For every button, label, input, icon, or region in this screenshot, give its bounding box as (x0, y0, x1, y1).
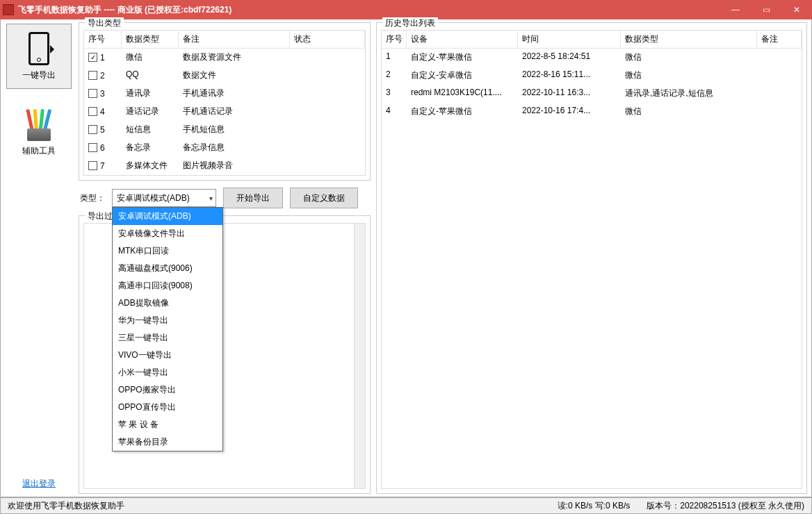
chevron-down-icon: ▾ (209, 194, 213, 202)
dropdown-option[interactable]: OPPO直传导出 (113, 399, 222, 416)
sidebar-item-label: 辅助工具 (22, 145, 56, 157)
row-type: 通话记录 (122, 103, 179, 120)
row-remark: 手机通话记录 (179, 103, 290, 120)
col-device[interactable]: 设备 (407, 31, 518, 48)
dropdown-option[interactable]: OPPO搬家导出 (113, 381, 222, 399)
dropdown-option[interactable]: 苹果备份目录 (113, 433, 222, 451)
right-column: 历史导出列表 序号 设备 时间 数据类型 备注 1自定义-苹果微信2022-8-… (376, 22, 807, 494)
sidebar: 一键导出 辅助工具 退出登录 (1, 19, 77, 497)
col-remark[interactable]: 备注 (179, 31, 290, 48)
table-row[interactable]: 2QQ数据文件 (84, 67, 365, 85)
dropdown-option[interactable]: 华为一键导出 (113, 312, 222, 329)
dropdown-option[interactable]: 安卓调试模式(ADB) (113, 208, 222, 225)
phone-export-icon (29, 32, 49, 65)
minimize-button[interactable]: — (720, 0, 751, 19)
row-device: 自定义-苹果微信 (407, 49, 518, 66)
status-version: 版本号：202208251513 (授权至 永久使用) (647, 500, 804, 512)
group-legend: 历史导出列表 (382, 17, 438, 29)
row-checkbox[interactable] (88, 89, 97, 98)
table-row[interactable]: 3redmi M2103K19C(11....2022-10-11 16:3..… (382, 85, 802, 103)
row-remark (757, 103, 802, 120)
row-checkbox[interactable] (88, 125, 97, 134)
type-dropdown[interactable]: 安卓调试模式(ADB)安卓镜像文件导出MTK串口回读高通磁盘模式(9006)高通… (112, 207, 223, 451)
panels: 导出类型 序号 数据类型 备注 状态 1微信数据及资源文件2QQ数据文件3通讯录… (77, 19, 811, 497)
dropdown-option[interactable]: 小米一键导出 (113, 364, 222, 381)
status-bar: 欢迎使用飞零手机数据恢复助手 读:0 KB/s 写:0 KB/s 版本号：202… (0, 497, 812, 514)
row-time: 2022-8-5 18:24:51 (518, 49, 621, 66)
group-legend: 导出类型 (85, 17, 124, 29)
dropdown-option[interactable]: MTK串口回读 (113, 242, 222, 260)
maximize-button[interactable]: ▭ (751, 0, 781, 19)
start-export-button[interactable]: 开始导出 (223, 188, 283, 208)
table-row[interactable]: 2自定义-安卓微信2022-8-16 15:11...微信 (382, 67, 802, 85)
row-remark: 数据文件 (179, 67, 290, 84)
dropdown-option[interactable]: 苹 果 设 备 (113, 416, 222, 433)
row-remark (757, 49, 802, 66)
row-type: 备忘录 (122, 139, 179, 156)
left-column: 导出类型 序号 数据类型 备注 状态 1微信数据及资源文件2QQ数据文件3通讯录… (79, 22, 371, 494)
row-index: 3 (100, 89, 105, 99)
row-remark: 备忘录信息 (179, 139, 290, 156)
close-button[interactable]: ✕ (781, 0, 812, 19)
row-type: 微信 (621, 49, 757, 66)
dropdown-option[interactable]: ADB提取镜像 (113, 295, 222, 312)
app-icon (3, 4, 14, 15)
export-type-table: 序号 数据类型 备注 状态 1微信数据及资源文件2QQ数据文件3通讯录手机通讯录… (83, 30, 366, 176)
scrollbar[interactable] (354, 224, 365, 488)
table-row[interactable]: 6备忘录备忘录信息 (84, 139, 365, 157)
col-type[interactable]: 数据类型 (122, 31, 179, 48)
dropdown-option[interactable]: 三星一键导出 (113, 329, 222, 347)
table-row[interactable]: 1自定义-苹果微信2022-8-5 18:24:51微信 (382, 49, 802, 67)
dropdown-option[interactable]: VIVO一键导出 (113, 347, 222, 364)
row-remark: 手机通讯录 (179, 85, 290, 102)
row-checkbox[interactable] (88, 71, 97, 80)
col-status[interactable]: 状态 (290, 31, 365, 48)
row-device: redmi M2103K19C(11.... (407, 85, 518, 102)
col-time[interactable]: 时间 (518, 31, 621, 48)
row-checkbox[interactable] (88, 107, 97, 116)
sidebar-item-tools[interactable]: 辅助工具 (6, 100, 72, 165)
row-checkbox[interactable] (88, 161, 97, 170)
row-index: 3 (382, 85, 407, 102)
row-index: 1 (100, 53, 105, 63)
table-row[interactable]: 4通话记录手机通话记录 (84, 103, 365, 121)
table-row[interactable]: 1微信数据及资源文件 (84, 49, 365, 67)
status-welcome: 欢迎使用飞零手机数据恢复助手 (8, 500, 124, 512)
row-checkbox[interactable] (88, 143, 97, 152)
row-type: 通讯录 (122, 85, 179, 102)
row-type: 多媒体文件 (122, 157, 179, 174)
row-status (290, 139, 365, 156)
table-row[interactable]: 5短信息手机短信息 (84, 121, 365, 139)
history-group: 历史导出列表 序号 设备 时间 数据类型 备注 1自定义-苹果微信2022-8-… (376, 22, 807, 494)
table-row[interactable]: 3通讯录手机通讯录 (84, 85, 365, 103)
window-title: 飞零手机数据恢复助手 ---- 商业版 (已授权至:cbdf722621) (18, 4, 720, 16)
row-remark (757, 67, 802, 84)
row-status (290, 67, 365, 84)
status-net: 读:0 KB/s 写:0 KB/s (558, 500, 631, 512)
row-index: 2 (100, 71, 105, 81)
row-type: QQ (122, 67, 179, 84)
col-index[interactable]: 序号 (382, 31, 407, 48)
row-checkbox[interactable] (88, 53, 97, 62)
row-type: 微信 (621, 67, 757, 84)
dropdown-option[interactable]: 安卓镜像文件导出 (113, 225, 222, 242)
sidebar-item-label: 一键导出 (22, 69, 56, 81)
logout-link[interactable]: 退出登录 (22, 478, 56, 490)
col-remark[interactable]: 备注 (757, 31, 802, 48)
pencils-icon (23, 109, 55, 141)
table-row[interactable]: 7多媒体文件图片视频录音 (84, 157, 365, 175)
custom-data-button[interactable]: 自定义数据 (290, 188, 358, 208)
dropdown-option[interactable]: 高通磁盘模式(9006) (113, 260, 222, 277)
type-label: 类型： (79, 192, 105, 204)
type-combo[interactable]: 安卓调试模式(ADB) ▾ (112, 189, 216, 207)
col-type[interactable]: 数据类型 (621, 31, 757, 48)
row-index: 4 (100, 107, 105, 117)
row-remark: 图片视频录音 (179, 157, 290, 174)
titlebar: 飞零手机数据恢复助手 ---- 商业版 (已授权至:cbdf722621) — … (0, 0, 812, 19)
table-row[interactable]: 4自定义-苹果微信2022-10-16 17:4...微信 (382, 103, 802, 121)
sidebar-item-export[interactable]: 一键导出 (6, 24, 72, 89)
row-index: 4 (382, 103, 407, 120)
dropdown-option[interactable]: 高通串口回读(9008) (113, 277, 222, 295)
col-index[interactable]: 序号 (84, 31, 122, 48)
row-index: 1 (382, 49, 407, 66)
